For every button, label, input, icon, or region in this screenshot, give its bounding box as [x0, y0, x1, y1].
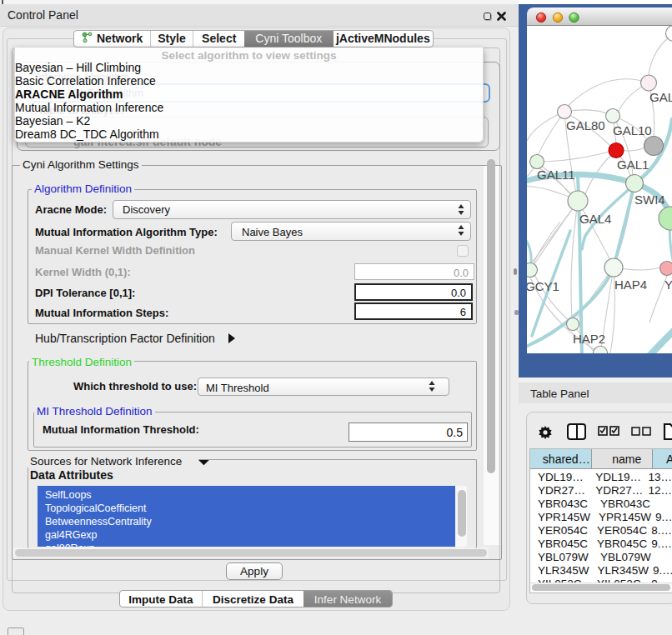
svg-text:HAP4: HAP4: [614, 278, 647, 292]
svg-text:GCY1: GCY1: [527, 279, 559, 293]
svg-text:HAP2: HAP2: [573, 332, 605, 346]
svg-text:GAL80: GAL80: [566, 118, 605, 132]
svg-text:Y: Y: [664, 278, 672, 292]
svg-text:GAL4: GAL4: [579, 212, 611, 226]
svg-text:GAL10: GAL10: [613, 123, 652, 138]
svg-text:SWI4: SWI4: [634, 192, 665, 207]
svg-text:GAL1: GAL1: [617, 158, 649, 172]
svg-text:GAL11: GAL11: [537, 168, 575, 182]
svg-text:GAL2: GAL2: [649, 90, 672, 104]
